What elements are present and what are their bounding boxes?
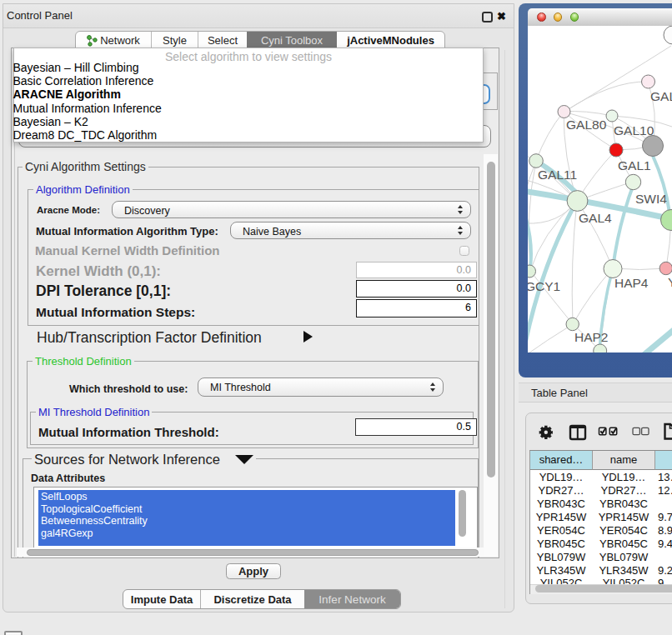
svg-text:GCY1: GCY1	[528, 279, 560, 293]
svg-text:GAL11: GAL11	[538, 168, 577, 182]
svg-text:SWI4: SWI4	[635, 192, 667, 206]
svg-text:HAP2: HAP2	[574, 330, 609, 344]
svg-text:GAL4: GAL4	[579, 211, 612, 225]
svg-text:GAL7: GAL7	[650, 89, 672, 103]
svg-text:GAL10: GAL10	[614, 123, 654, 138]
svg-text:Y: Y	[668, 275, 672, 289]
svg-text:GAL1: GAL1	[618, 158, 651, 172]
svg-text:HAP4: HAP4	[614, 276, 649, 290]
svg-text:GAL80: GAL80	[566, 118, 607, 132]
